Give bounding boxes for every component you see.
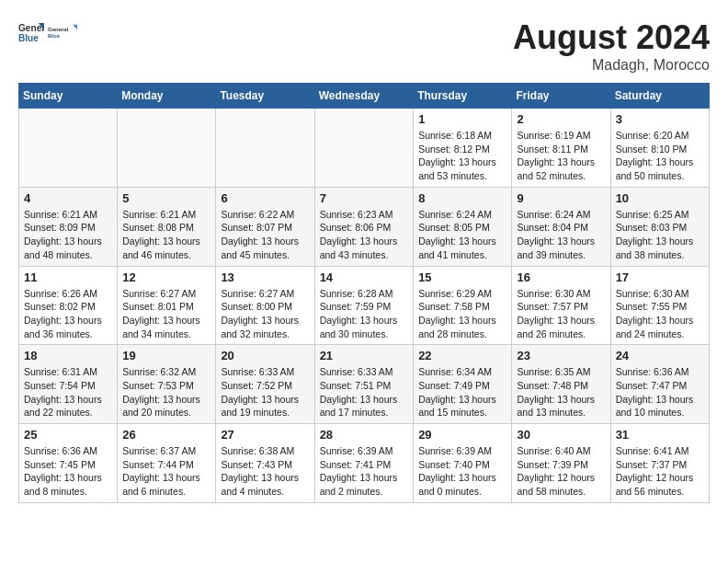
day-info: Sunrise: 6:40 AMSunset: 7:39 PMDaylight:… (517, 444, 605, 499)
cell-w3-d5: 15Sunrise: 6:29 AMSunset: 7:58 PMDayligh… (414, 266, 512, 345)
cell-w1-d1 (19, 109, 118, 188)
cell-w2-d4: 7Sunrise: 6:23 AMSunset: 8:06 PMDaylight… (314, 187, 414, 266)
day-info: Sunrise: 6:39 AMSunset: 7:41 PMDaylight:… (320, 444, 409, 499)
day-number: 26 (122, 428, 210, 442)
cell-w4-d6: 23Sunrise: 6:35 AMSunset: 7:48 PMDayligh… (512, 345, 610, 424)
day-info: Sunrise: 6:26 AMSunset: 8:02 PMDaylight:… (24, 287, 112, 341)
cell-w2-d3: 6Sunrise: 6:22 AMSunset: 8:07 PMDaylight… (216, 187, 314, 266)
header-tuesday: Tuesday (216, 84, 314, 109)
logo-icon: General Blue (18, 20, 44, 46)
day-number: 21 (320, 349, 409, 362)
day-number: 27 (221, 428, 309, 442)
header-thursday: Thursday (414, 84, 512, 109)
header-saturday: Saturday (610, 84, 709, 109)
cell-w3-d3: 13Sunrise: 6:27 AMSunset: 8:00 PMDayligh… (216, 266, 314, 345)
cell-w3-d2: 12Sunrise: 6:27 AMSunset: 8:01 PMDayligh… (118, 266, 216, 345)
weekday-header-row: Sunday Monday Tuesday Wednesday Thursday… (19, 84, 710, 109)
day-number: 23 (517, 349, 605, 362)
day-number: 18 (24, 349, 112, 362)
day-number: 20 (221, 349, 309, 362)
day-info: Sunrise: 6:29 AMSunset: 7:58 PMDaylight:… (418, 287, 506, 341)
day-info: Sunrise: 6:19 AMSunset: 8:11 PMDaylight:… (517, 129, 605, 183)
day-info: Sunrise: 6:27 AMSunset: 8:01 PMDaylight:… (122, 287, 210, 341)
day-number: 12 (122, 270, 210, 284)
day-info: Sunrise: 6:38 AMSunset: 7:43 PMDaylight:… (221, 444, 309, 499)
cell-w4-d1: 18Sunrise: 6:31 AMSunset: 7:54 PMDayligh… (19, 345, 118, 424)
svg-text:General: General (48, 27, 69, 32)
week-row-2: 4Sunrise: 6:21 AMSunset: 8:09 PMDaylight… (19, 187, 710, 266)
cell-w2-d5: 8Sunrise: 6:24 AMSunset: 8:05 PMDaylight… (414, 187, 512, 266)
day-number: 4 (24, 191, 112, 205)
month-year: August 2024 (513, 18, 710, 57)
day-number: 19 (122, 349, 210, 362)
day-info: Sunrise: 6:21 AMSunset: 8:08 PMDaylight:… (122, 208, 210, 262)
svg-text:Blue: Blue (18, 33, 39, 43)
cell-w3-d7: 17Sunrise: 6:30 AMSunset: 7:55 PMDayligh… (610, 266, 709, 345)
day-info: Sunrise: 6:27 AMSunset: 8:00 PMDaylight:… (221, 287, 309, 341)
cell-w4-d2: 19Sunrise: 6:32 AMSunset: 7:53 PMDayligh… (118, 345, 216, 424)
cell-w1-d7: 3Sunrise: 6:20 AMSunset: 8:10 PMDaylight… (610, 109, 709, 188)
header: General Blue General Blue August 2024 Ma… (18, 18, 710, 74)
cell-w3-d6: 16Sunrise: 6:30 AMSunset: 7:57 PMDayligh… (512, 266, 610, 345)
day-info: Sunrise: 6:31 AMSunset: 7:54 PMDaylight:… (24, 365, 112, 419)
header-monday: Monday (118, 84, 216, 109)
calendar-table: Sunday Monday Tuesday Wednesday Thursday… (18, 83, 710, 503)
day-number: 31 (616, 428, 704, 442)
week-row-5: 25Sunrise: 6:36 AMSunset: 7:45 PMDayligh… (19, 424, 710, 503)
cell-w1-d5: 1Sunrise: 6:18 AMSunset: 8:12 PMDaylight… (414, 109, 512, 188)
day-info: Sunrise: 6:41 AMSunset: 7:37 PMDaylight:… (616, 444, 704, 499)
week-row-3: 11Sunrise: 6:26 AMSunset: 8:02 PMDayligh… (19, 266, 710, 345)
day-number: 8 (418, 191, 506, 205)
logo-graphic: General Blue (48, 18, 77, 48)
day-info: Sunrise: 6:24 AMSunset: 8:04 PMDaylight:… (517, 208, 605, 262)
day-info: Sunrise: 6:25 AMSunset: 8:03 PMDaylight:… (616, 208, 704, 262)
cell-w5-d4: 28Sunrise: 6:39 AMSunset: 7:41 PMDayligh… (314, 424, 414, 503)
cell-w4-d7: 24Sunrise: 6:36 AMSunset: 7:47 PMDayligh… (610, 345, 709, 424)
day-number: 5 (122, 191, 210, 205)
day-number: 15 (418, 270, 506, 284)
day-info: Sunrise: 6:37 AMSunset: 7:44 PMDaylight:… (122, 444, 210, 499)
cell-w1-d6: 2Sunrise: 6:19 AMSunset: 8:11 PMDaylight… (512, 109, 610, 188)
day-info: Sunrise: 6:35 AMSunset: 7:48 PMDaylight:… (517, 365, 605, 419)
svg-text:Blue: Blue (48, 33, 61, 39)
day-number: 24 (616, 349, 704, 362)
day-info: Sunrise: 6:32 AMSunset: 7:53 PMDaylight:… (122, 365, 210, 419)
day-number: 10 (616, 191, 704, 205)
cell-w5-d7: 31Sunrise: 6:41 AMSunset: 7:37 PMDayligh… (610, 424, 709, 503)
cell-w5-d3: 27Sunrise: 6:38 AMSunset: 7:43 PMDayligh… (216, 424, 314, 503)
day-number: 9 (517, 191, 605, 205)
day-info: Sunrise: 6:33 AMSunset: 7:51 PMDaylight:… (320, 365, 409, 419)
day-info: Sunrise: 6:36 AMSunset: 7:47 PMDaylight:… (616, 365, 704, 419)
day-info: Sunrise: 6:18 AMSunset: 8:12 PMDaylight:… (418, 129, 506, 183)
cell-w5-d2: 26Sunrise: 6:37 AMSunset: 7:44 PMDayligh… (118, 424, 216, 503)
day-info: Sunrise: 6:36 AMSunset: 7:45 PMDaylight:… (24, 444, 112, 499)
day-number: 14 (320, 270, 409, 284)
day-number: 17 (616, 270, 704, 284)
day-info: Sunrise: 6:22 AMSunset: 8:07 PMDaylight:… (221, 208, 309, 262)
day-number: 28 (320, 428, 409, 442)
day-number: 16 (517, 270, 605, 284)
day-number: 3 (616, 112, 704, 126)
day-number: 13 (221, 270, 309, 284)
day-info: Sunrise: 6:33 AMSunset: 7:52 PMDaylight:… (221, 365, 309, 419)
day-info: Sunrise: 6:23 AMSunset: 8:06 PMDaylight:… (320, 208, 409, 262)
cell-w1-d4 (314, 109, 414, 188)
week-row-1: 1Sunrise: 6:18 AMSunset: 8:12 PMDaylight… (19, 109, 710, 188)
cell-w4-d5: 22Sunrise: 6:34 AMSunset: 7:49 PMDayligh… (414, 345, 512, 424)
day-number: 22 (418, 349, 506, 362)
day-number: 6 (221, 191, 309, 205)
cell-w5-d1: 25Sunrise: 6:36 AMSunset: 7:45 PMDayligh… (19, 424, 118, 503)
day-info: Sunrise: 6:30 AMSunset: 7:55 PMDaylight:… (616, 287, 704, 341)
cell-w2-d1: 4Sunrise: 6:21 AMSunset: 8:09 PMDaylight… (19, 187, 118, 266)
cell-w3-d4: 14Sunrise: 6:28 AMSunset: 7:59 PMDayligh… (314, 266, 414, 345)
day-info: Sunrise: 6:24 AMSunset: 8:05 PMDaylight:… (418, 208, 506, 262)
cell-w1-d3 (216, 109, 314, 188)
header-sunday: Sunday (19, 84, 118, 109)
title-block: August 2024 Madagh, Morocco (513, 18, 710, 74)
header-wednesday: Wednesday (314, 84, 414, 109)
day-info: Sunrise: 6:28 AMSunset: 7:59 PMDaylight:… (320, 287, 409, 341)
cell-w1-d2 (118, 109, 216, 188)
location: Madagh, Morocco (513, 57, 710, 74)
cell-w4-d4: 21Sunrise: 6:33 AMSunset: 7:51 PMDayligh… (314, 345, 414, 424)
day-info: Sunrise: 6:34 AMSunset: 7:49 PMDaylight:… (418, 365, 506, 419)
